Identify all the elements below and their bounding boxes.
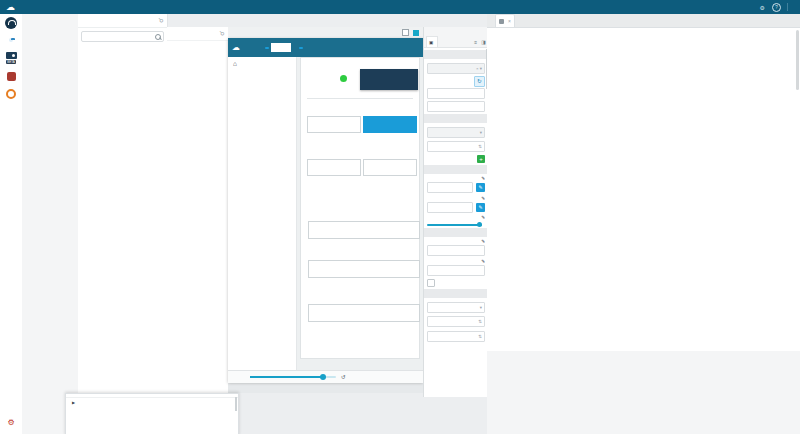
cloud-icon: ☁ — [232, 43, 240, 52]
expand-icon[interactable]: ▶ — [72, 400, 75, 405]
logiccloud-cloud-icon: ☁ — [6, 2, 15, 12]
scrollbars-checkbox[interactable] — [427, 279, 435, 287]
panel-icon: ▣ — [429, 40, 433, 45]
top-bar: ☁ ⚙ ? — [0, 0, 800, 14]
placeholder-input-2[interactable] — [427, 101, 485, 112]
projects-folder-icon[interactable] — [0, 31, 22, 48]
build-root-row[interactable]: ▶ — [66, 398, 238, 405]
canvas-footer: ↺ — [228, 370, 431, 383]
build-scrollbar[interactable] — [235, 397, 237, 411]
help-icon[interactable]: ? — [772, 3, 781, 12]
border-width-input[interactable] — [427, 245, 485, 256]
list-icon[interactable]: ≡ — [474, 39, 477, 45]
preview-body: ⌂ — [228, 57, 423, 370]
edit-icon[interactable]: ✎ — [481, 259, 485, 264]
code-editor-pane: × — [487, 14, 800, 434]
background-color-input[interactable] — [427, 182, 473, 193]
pin-icon[interactable]: ⚲ — [218, 29, 226, 37]
config-toolbar — [424, 27, 488, 36]
border-color-input[interactable] — [427, 202, 473, 213]
section-layout[interactable] — [424, 228, 488, 237]
end-zeitpunkt-input[interactable] — [308, 304, 420, 322]
runtime-icon[interactable] — [0, 68, 22, 85]
offset-left-input[interactable]: ⇅ — [427, 316, 485, 327]
palette-icon[interactable]: ◨ — [481, 39, 486, 45]
opacity-row — [427, 224, 485, 226]
edit-icon[interactable]: ✎ — [481, 215, 485, 220]
divider — [307, 98, 413, 99]
template-panel-tab[interactable]: ▣ — [426, 36, 438, 47]
shadow-label: ✎ — [427, 215, 485, 220]
main-tab-strip — [182, 14, 487, 27]
logiccloud-logo[interactable] — [0, 14, 22, 31]
phase-l2-chip — [299, 47, 303, 49]
placeholder-input-1[interactable] — [427, 88, 485, 99]
placeholders-row: ↻ — [427, 76, 485, 87]
left-icon-rail: BETA ⚙ — [0, 14, 23, 434]
edit-icon[interactable]: ✎ — [481, 176, 485, 181]
ein-button[interactable] — [307, 116, 361, 133]
files-panel: ⚲ — [78, 14, 168, 434]
config-tabs: ▣ ≡ ◨ — [424, 36, 488, 48]
beta-badge: BETA — [6, 60, 16, 64]
border-width-label: ✎ — [427, 239, 485, 244]
target-template-select[interactable]: × ▾ — [427, 63, 485, 74]
ladepunkt-widget-card[interactable] — [300, 57, 420, 359]
tools-panel: ⚲ — [167, 27, 229, 434]
color-swatch[interactable] — [413, 30, 419, 36]
media-icon[interactable]: BETA — [0, 48, 22, 68]
ladedauer-input[interactable] — [308, 260, 420, 278]
phase-l1-chip — [265, 47, 269, 49]
tab-my-program[interactable]: × — [495, 14, 515, 27]
code-area[interactable] — [487, 28, 800, 351]
close-tab-icon[interactable]: × — [508, 18, 511, 24]
edit-icon[interactable]: ✎ — [481, 239, 485, 244]
add-state-button[interactable]: + — [477, 155, 485, 163]
border-color-picker-button[interactable]: ✎ — [476, 203, 485, 212]
gear-icon[interactable]: ⚙ — [760, 4, 765, 11]
begrenztes-laden-button[interactable] — [307, 159, 361, 176]
border-radius-input[interactable] — [427, 265, 485, 276]
build-panel: ▶ — [65, 393, 239, 434]
section-style[interactable] — [424, 165, 488, 174]
file-search-input[interactable] — [84, 33, 155, 40]
background-color-picker-button[interactable]: ✎ — [476, 183, 485, 192]
preview-checkbox[interactable] — [402, 29, 409, 36]
pin-icon[interactable]: ⚲ — [157, 16, 165, 24]
editor-tab-strip: × — [487, 14, 800, 28]
aus-button[interactable] — [363, 116, 417, 133]
start-zeitpunkt-input[interactable] — [308, 221, 420, 239]
home-icon: ⌂ — [233, 60, 238, 67]
border-radius-label: ✎ — [427, 259, 485, 264]
apps-icon[interactable] — [0, 85, 22, 102]
border-color-label: ✎ — [427, 196, 485, 201]
zoom-slider[interactable] — [250, 376, 336, 378]
section-configuration[interactable] — [424, 50, 488, 59]
nav-item-uebersicht[interactable]: ⌂ — [228, 57, 296, 70]
reset-zoom-icon[interactable]: ↺ — [341, 374, 346, 380]
configuration-panel: ▣ ≡ ◨ × ▾ ↻ ▾ ⇅ + ✎ ✎ ✎ — [423, 27, 489, 397]
ide-window: ☁ ⚙ ? BETA ⚙ ⚲ ⚲ — [0, 0, 800, 434]
placement-select[interactable]: ▾ — [427, 302, 485, 313]
hmi-preview-window: ☁ ⌂ — [228, 38, 423, 382]
phase-l1-input[interactable] — [271, 43, 291, 52]
states-variable-select[interactable]: ▾ — [427, 127, 485, 138]
canvas-area: ☁ ⌂ — [228, 27, 423, 393]
text-value-input[interactable]: ⇅ — [427, 141, 485, 152]
normales-laden-button[interactable] — [363, 159, 417, 176]
settings-gear-icon[interactable]: ⚙ — [0, 414, 22, 431]
file-search[interactable] — [81, 31, 164, 42]
status-green-dot — [340, 75, 347, 82]
edit-icon[interactable]: ✎ — [481, 196, 485, 201]
opacity-slider[interactable] — [427, 224, 482, 226]
preview-header: ☁ — [228, 38, 423, 57]
offset-top-input[interactable]: ⇅ — [427, 331, 485, 342]
background-color-label: ✎ — [427, 176, 485, 181]
erweiterte-informationen-tooltip[interactable] — [360, 69, 418, 90]
refresh-placeholders-button[interactable]: ↻ — [474, 76, 485, 87]
section-placement[interactable] — [424, 289, 488, 298]
ladepunkt-nav: ⌂ — [228, 57, 297, 370]
editor-scrollbar[interactable] — [796, 30, 799, 90]
section-states[interactable] — [424, 114, 488, 123]
project-panel — [22, 14, 79, 434]
